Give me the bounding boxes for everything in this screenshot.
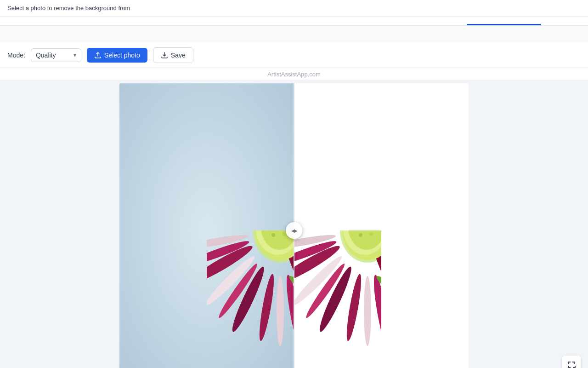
mode-value: Quality xyxy=(36,52,56,59)
upload-icon xyxy=(94,52,102,59)
mode-dropdown[interactable]: Quality ▾ xyxy=(31,48,81,62)
fullscreen-icon xyxy=(567,361,576,368)
image-removed-bg-side xyxy=(294,83,469,368)
svg-point-98 xyxy=(369,232,373,236)
main-area xyxy=(0,80,588,368)
image-original-side xyxy=(119,83,294,368)
svg-point-48 xyxy=(282,232,286,236)
flower-left-svg xyxy=(119,83,294,368)
flower-right-svg xyxy=(294,83,469,368)
save-button[interactable]: Save xyxy=(153,47,193,63)
select-photo-button[interactable]: Select photo xyxy=(87,48,147,63)
slider-handle[interactable] xyxy=(286,222,302,239)
image-comparison-container xyxy=(119,83,469,368)
info-text: Select a photo to remove the background … xyxy=(0,0,588,17)
svg-point-99 xyxy=(359,233,362,237)
svg-rect-1 xyxy=(119,83,294,368)
svg-point-21 xyxy=(277,276,284,346)
subtitle: ArtistAssistApp.com xyxy=(0,68,588,80)
save-icon xyxy=(161,52,168,59)
fullscreen-button[interactable] xyxy=(562,356,581,368)
mode-label: Mode: xyxy=(7,52,25,59)
toolbar: Mode: Quality ▾ Select photo Save xyxy=(0,42,588,68)
chevron-down-icon: ▾ xyxy=(74,52,76,58)
svg-point-49 xyxy=(271,233,275,237)
svg-point-71 xyxy=(364,276,371,346)
